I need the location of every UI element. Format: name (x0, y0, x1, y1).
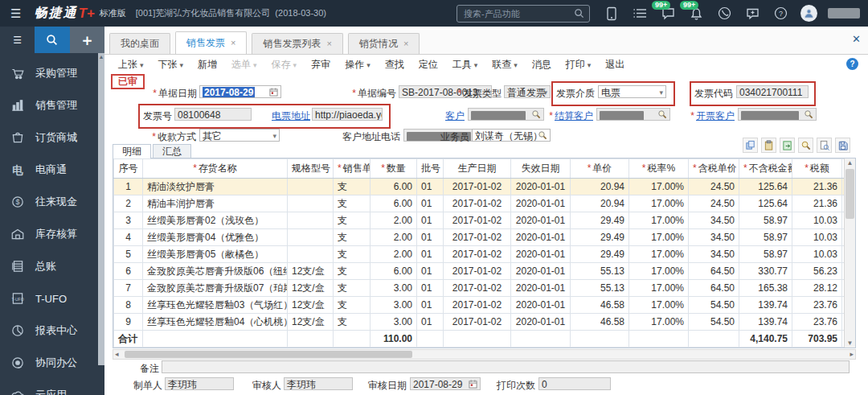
grid-cell[interactable]: 46.58 (571, 314, 629, 331)
toolbar-help-icon[interactable]: ? (846, 58, 858, 70)
toolbar-button-消息[interactable]: 消息 (525, 58, 559, 72)
e-invoice-url-input[interactable]: http://piaoeda.yo... (312, 108, 383, 121)
customer-lookup-input[interactable] (468, 108, 544, 121)
sidebar-item-procurement[interactable]: 采购管理 (0, 57, 104, 89)
grid-cell[interactable]: 17.00% (629, 179, 689, 195)
grid-cell[interactable]: 2020-01-01 (511, 195, 571, 212)
detail-tab-明细[interactable]: 明细 (113, 144, 151, 158)
grid-cell[interactable]: 28.12 (792, 280, 842, 297)
invoice-type-select[interactable]: ▾普通发票 (504, 85, 551, 98)
grid-cell[interactable]: 29.49 (571, 229, 629, 246)
sidebar-new-icon[interactable]: ＋ (70, 27, 104, 53)
lookup-magnifier-icon[interactable] (657, 109, 667, 121)
grid-cell[interactable]: 支 (334, 246, 371, 263)
grid-cell[interactable]: 12支/盒 (288, 280, 334, 297)
grid-cell[interactable]: 3.00 (371, 297, 417, 314)
toolbar-button-操作[interactable]: 操作▾ (338, 58, 378, 72)
settlement-customer-lookup-input[interactable] (596, 108, 670, 121)
grid-cell[interactable]: 支 (334, 314, 371, 331)
grid-cell[interactable]: 34.50 (689, 246, 739, 263)
e-invoice-url-link[interactable]: 电票地址 (270, 109, 310, 122)
search-input[interactable] (462, 8, 574, 19)
grid-cell[interactable]: 支 (334, 297, 371, 314)
tab-close-icon[interactable]: × (231, 38, 235, 47)
billing-customer-link[interactable]: 开票客户 (696, 110, 735, 121)
grid-cell[interactable]: 139.74 (739, 297, 792, 314)
toolbar-button-打印[interactable]: 打印▾ (559, 58, 599, 72)
grid-cell[interactable]: 2017-01-02 (444, 246, 511, 263)
grid-cell[interactable]: 丝缎美形唇膏04（优雅色） (143, 229, 288, 246)
preview-icon[interactable] (817, 138, 832, 153)
calendar-icon[interactable] (269, 87, 278, 98)
horizontal-scroll-thumb[interactable] (125, 351, 412, 358)
grid-cell[interactable]: 1 (114, 179, 143, 195)
grid-cell[interactable]: 17.00% (629, 314, 689, 331)
grid-cell[interactable]: 金致胶原美芯唇膏升级版07（珀斯莓红） (143, 280, 288, 297)
grid-cell[interactable]: 2017-01-02 (444, 195, 511, 212)
grid-cell[interactable]: 支 (334, 263, 371, 280)
grid-cell[interactable]: 丝享珏色光耀轻唇釉03（气场红） (143, 297, 288, 314)
grid-cell[interactable]: 7 (114, 280, 143, 297)
remark-input[interactable] (162, 360, 850, 373)
grid-cell[interactable]: 2 (114, 195, 143, 212)
settlement-customer-link[interactable]: 结算客户 (555, 110, 593, 121)
grid-cell[interactable]: 01 (417, 280, 444, 297)
sidebar-scrollbar[interactable]: ▲ (98, 53, 104, 365)
global-search[interactable] (457, 5, 590, 23)
grid-cell[interactable]: 支 (334, 195, 371, 212)
grid-cell[interactable]: 23.76 (792, 314, 842, 331)
grid-cell[interactable]: 2020-01-01 (511, 246, 571, 263)
grid-cell[interactable]: 丝缎美形唇膏05（敝橘色） (143, 246, 288, 263)
notifications-bell-icon[interactable]: 99+ (687, 5, 705, 23)
grid-cell[interactable]: 3 (114, 212, 143, 229)
grid-cell[interactable]: 2017-01-02 (444, 280, 511, 297)
sidebar-search-icon[interactable] (35, 27, 69, 53)
grid-cell[interactable]: 01 (417, 212, 444, 229)
grid-cell[interactable]: 24.50 (689, 195, 739, 212)
messages-icon[interactable]: 99+ (659, 5, 677, 23)
tab-close-icon[interactable]: × (403, 39, 408, 48)
grid-cell[interactable]: 17.00% (629, 297, 689, 314)
toolbar-button-退出[interactable]: 退出 (598, 58, 632, 72)
print-count-input[interactable]: 0 (538, 377, 611, 390)
grid-cell[interactable]: 23.76 (792, 297, 842, 314)
grid-cell[interactable]: 17.00% (629, 229, 689, 246)
auditor-input[interactable]: 李玥玮 (284, 377, 353, 390)
grid-cell[interactable]: 5 (114, 246, 143, 263)
grid-cell[interactable]: 64.50 (689, 263, 739, 280)
billing-customer-lookup-input[interactable] (738, 108, 817, 121)
close-all-tabs-icon[interactable]: ✕ (852, 33, 861, 45)
tab-销货情况[interactable]: 销货情况× (348, 33, 420, 54)
salesman-lookup-input[interactable]: 刘谋奇（无锡） (472, 129, 551, 142)
grid-cell[interactable]: 2.00 (371, 246, 417, 263)
grid-cell[interactable]: 3.00 (371, 314, 417, 331)
grid-cell[interactable]: 12支/盒 (288, 314, 334, 331)
sidebar-item-sales[interactable]: 销售管理 (0, 89, 104, 121)
paste-icon[interactable] (761, 138, 776, 153)
grid-cell[interactable]: 125.64 (739, 195, 792, 212)
grid-cell[interactable]: 64.50 (689, 280, 739, 297)
grid-cell[interactable]: 139.74 (739, 314, 792, 331)
grid-cell[interactable]: 2020-01-01 (511, 297, 571, 314)
grid-cell[interactable]: 3.00 (371, 280, 417, 297)
grid-cell[interactable]: 2020-01-01 (511, 229, 571, 246)
tab-close-icon[interactable]: × (326, 39, 331, 48)
payment-method-select[interactable]: ▾其它 (199, 129, 280, 142)
export-icon[interactable] (780, 138, 795, 153)
grid-cell[interactable] (288, 195, 334, 212)
grid-cell[interactable]: 8 (114, 297, 143, 314)
calendar-icon[interactable] (469, 379, 477, 390)
sidebar-item-office[interactable]: 协同办公 (0, 347, 104, 379)
task-list-icon[interactable] (631, 5, 649, 23)
grid-cell[interactable]: 17.00% (629, 246, 689, 263)
grid-cell[interactable]: 6.00 (371, 195, 417, 212)
grid-cell[interactable]: 2020-01-01 (511, 179, 571, 195)
copy-icon[interactable] (743, 138, 758, 153)
grid-cell[interactable]: 金致胶原美芯唇膏升级版06（纽约粉橘） (143, 263, 288, 280)
grid-cell[interactable]: 24.50 (689, 179, 739, 195)
grid-cell[interactable]: 10.03 (792, 212, 842, 229)
grid-cell[interactable]: 58.97 (739, 212, 792, 229)
grid-cell[interactable]: 2017-01-02 (444, 179, 511, 195)
save-icon[interactable] (835, 138, 850, 153)
grid-cell[interactable]: 支 (334, 229, 371, 246)
